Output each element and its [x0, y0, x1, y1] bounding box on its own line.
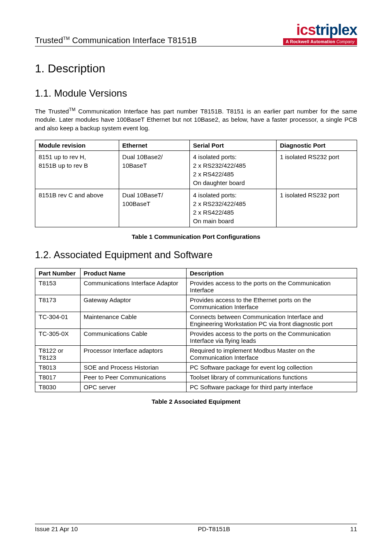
- subsection-heading-1: 1.1. Module Versions: [35, 88, 357, 99]
- table-row: 8151B rev C and above Dual 10BaseT/ 100B…: [35, 189, 357, 227]
- t1-r1c2-3: On main board: [193, 217, 273, 225]
- t2-r3c2: Provides access to the ports on the Comm…: [186, 328, 357, 345]
- footer-center: PD-T8151B: [198, 525, 230, 532]
- para1-pre: The Trusted: [35, 108, 69, 115]
- header-title-prefix: Trusted: [35, 36, 63, 45]
- table-row: T8153 Communications Interface Adaptor P…: [35, 278, 357, 295]
- table-2: Part Number Product Name Description T81…: [35, 268, 357, 392]
- logo-trip: triplex: [316, 21, 357, 38]
- brand-logo: icstriplex A Rockwell Automation Company: [283, 23, 357, 45]
- intro-paragraph: The TrustedTM Communication Interface ha…: [35, 106, 357, 132]
- t1-h3: Diagnostic Port: [277, 140, 357, 150]
- t1-r1c2-2: 2 x RS422/485: [193, 208, 273, 217]
- table-row: T8122 or T8123 Processor Interface adapt…: [35, 345, 357, 362]
- subsection-heading-2: 1.2. Associated Equipment and Software: [35, 249, 357, 261]
- table-row: TC-304-01 Maintenance Cable Connects bet…: [35, 312, 357, 328]
- header-title: TrustedTM Communication Interface T8151B: [35, 36, 197, 45]
- t1-r1c1-1: 100BaseT: [122, 199, 186, 208]
- t2-r4c1: Processor Interface adaptors: [80, 345, 186, 362]
- table-row: T8173 Gateway Adaptor Provides access to…: [35, 295, 357, 312]
- t1-r0c0-0: 8151 up to rev H,: [39, 153, 115, 161]
- t2-r1c2: Provides access to the Ethernet ports on…: [186, 295, 357, 312]
- table-row: T8030 OPC server PC Software package for…: [35, 382, 357, 392]
- t2-r6c2: Toolset library of communications functi…: [186, 372, 357, 382]
- t2-h0: Part Number: [35, 268, 81, 278]
- t1-r0c3-0: 1 isolated RS232 port: [280, 153, 353, 161]
- t2-r0c1: Communications Interface Adaptor: [80, 278, 186, 295]
- t1-r0c2-2: 2 x RS422/485: [193, 170, 273, 178]
- t2-r0c2: Provides access to the ports on the Comm…: [186, 278, 357, 295]
- logo-sub-strong: A Rockwell Automation: [286, 39, 335, 44]
- logo-sub-light: Company: [335, 39, 355, 44]
- t1-r0c1-0: Dual 10Base2/: [122, 153, 186, 161]
- t2-r5c1: SOE and Process Historian: [80, 362, 186, 372]
- t1-r1c2-1: 2 x RS232/422/485: [193, 199, 273, 208]
- page-header: TrustedTM Communication Interface T8151B…: [35, 23, 357, 46]
- table-row: T8013 SOE and Process Historian PC Softw…: [35, 362, 357, 372]
- table-row: Part Number Product Name Description: [35, 268, 357, 278]
- t1-h2: Serial Port: [189, 140, 276, 150]
- table-2-caption: Table 2 Associated Equipment: [35, 398, 357, 405]
- t1-r0c2-1: 2 x RS232/422/485: [193, 161, 273, 170]
- t1-r0c2-3: On daughter board: [193, 178, 273, 187]
- t2-r7c1: OPC server: [80, 382, 186, 392]
- t2-r2c0: TC-304-01: [35, 312, 81, 328]
- t2-r4c0: T8122 or T8123: [35, 345, 81, 362]
- page-footer: Issue 21 Apr 10 PD-T8151B 11: [35, 524, 357, 532]
- footer-left: Issue 21 Apr 10: [35, 525, 78, 532]
- para1-post: Communication Interface has part number …: [35, 108, 357, 132]
- t2-r1c0: T8173: [35, 295, 81, 312]
- t2-r2c1: Maintenance Cable: [80, 312, 186, 328]
- t2-r7c0: T8030: [35, 382, 81, 392]
- header-title-sup: TM: [63, 36, 69, 41]
- t1-r0c1-1: 10BaseT: [122, 161, 186, 170]
- table-1: Module revision Ethernet Serial Port Dia…: [35, 140, 357, 227]
- table-row: Module revision Ethernet Serial Port Dia…: [35, 140, 357, 150]
- header-title-suffix: Communication Interface T8151B: [70, 36, 197, 45]
- t2-r5c2: PC Software package for event log collec…: [186, 362, 357, 372]
- t2-r6c1: Peer to Peer Communications: [80, 372, 186, 382]
- t1-r1c3-0: 1 isolated RS232 port: [280, 191, 353, 199]
- t2-r1c1: Gateway Adaptor: [80, 295, 186, 312]
- t2-r3c0: TC-305-0X: [35, 328, 81, 345]
- t2-r6c0: T8017: [35, 372, 81, 382]
- t1-r1c0-0: 8151B rev C and above: [39, 191, 115, 199]
- t1-r0c2-0: 4 isolated ports:: [193, 153, 273, 161]
- table-row: T8017 Peer to Peer Communications Toolse…: [35, 372, 357, 382]
- t2-r2c2: Connects between Communication Interface…: [186, 312, 357, 328]
- t2-h2: Description: [186, 268, 357, 278]
- table-row: 8151 up to rev H, 8151B up to rev B Dual…: [35, 150, 357, 189]
- t1-r1c1-0: Dual 10BaseT/: [122, 191, 186, 199]
- t1-r0c0-1: 8151B up to rev B: [39, 161, 115, 170]
- table-1-caption: Table 1 Communication Port Configuration…: [35, 233, 357, 240]
- t2-h1: Product Name: [80, 268, 186, 278]
- footer-right: 11: [350, 525, 357, 532]
- logo-ics: ics: [296, 21, 316, 38]
- t1-h1: Ethernet: [119, 140, 189, 150]
- t1-h0: Module revision: [35, 140, 119, 150]
- table-row: TC-305-0X Communications Cable Provides …: [35, 328, 357, 345]
- t2-r4c2: Required to implement Modbus Master on t…: [186, 345, 357, 362]
- section-heading: 1. Description: [35, 62, 357, 75]
- t2-r7c2: PC Software package for third party inte…: [186, 382, 357, 392]
- t2-r5c0: T8013: [35, 362, 81, 372]
- t1-r1c2-0: 4 isolated ports:: [193, 191, 273, 199]
- t2-r0c0: T8153: [35, 278, 81, 295]
- para1-sup: TM: [69, 107, 76, 112]
- t2-r3c1: Communications Cable: [80, 328, 186, 345]
